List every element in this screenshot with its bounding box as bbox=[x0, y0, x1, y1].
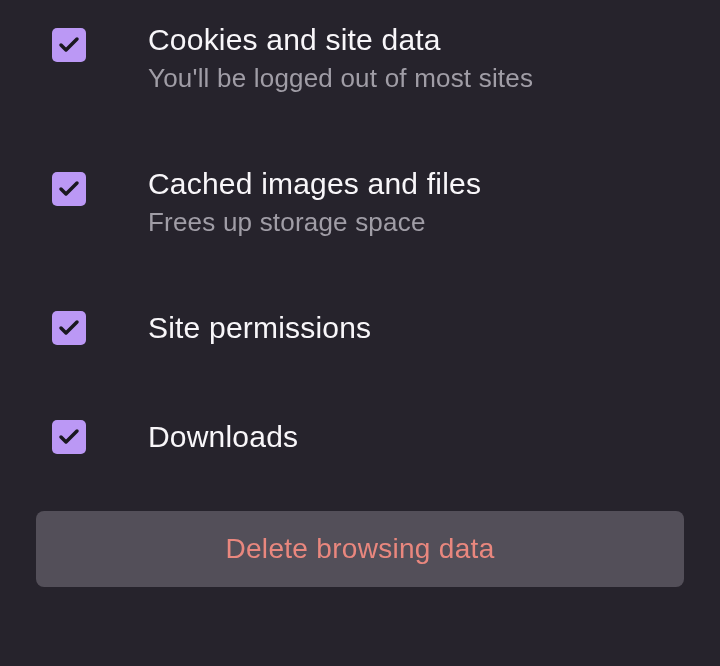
checkmark-icon bbox=[52, 28, 86, 62]
option-text-downloads: Downloads bbox=[148, 417, 668, 456]
checkmark-icon bbox=[52, 420, 86, 454]
option-title: Downloads bbox=[148, 417, 668, 456]
option-title: Cookies and site data bbox=[148, 20, 668, 59]
checkbox-cached[interactable] bbox=[52, 172, 86, 206]
option-title: Site permissions bbox=[148, 308, 668, 347]
option-text-cookies: Cookies and site data You'll be logged o… bbox=[148, 20, 668, 94]
option-downloads[interactable]: Downloads bbox=[0, 417, 720, 456]
checkmark-icon bbox=[52, 172, 86, 206]
checkbox-downloads[interactable] bbox=[52, 420, 86, 454]
option-title: Cached images and files bbox=[148, 164, 668, 203]
option-cookies[interactable]: Cookies and site data You'll be logged o… bbox=[0, 20, 720, 94]
delete-button[interactable]: Delete browsing data bbox=[36, 511, 684, 587]
checkbox-cookies[interactable] bbox=[52, 28, 86, 62]
option-text-site-permissions: Site permissions bbox=[148, 308, 668, 347]
option-subtitle: You'll be logged out of most sites bbox=[148, 63, 668, 94]
checkbox-site-permissions[interactable] bbox=[52, 311, 86, 345]
option-site-permissions[interactable]: Site permissions bbox=[0, 308, 720, 347]
option-cached[interactable]: Cached images and files Frees up storage… bbox=[0, 164, 720, 238]
option-text-cached: Cached images and files Frees up storage… bbox=[148, 164, 668, 238]
option-subtitle: Frees up storage space bbox=[148, 207, 668, 238]
checkmark-icon bbox=[52, 311, 86, 345]
button-container: Delete browsing data bbox=[0, 511, 720, 587]
